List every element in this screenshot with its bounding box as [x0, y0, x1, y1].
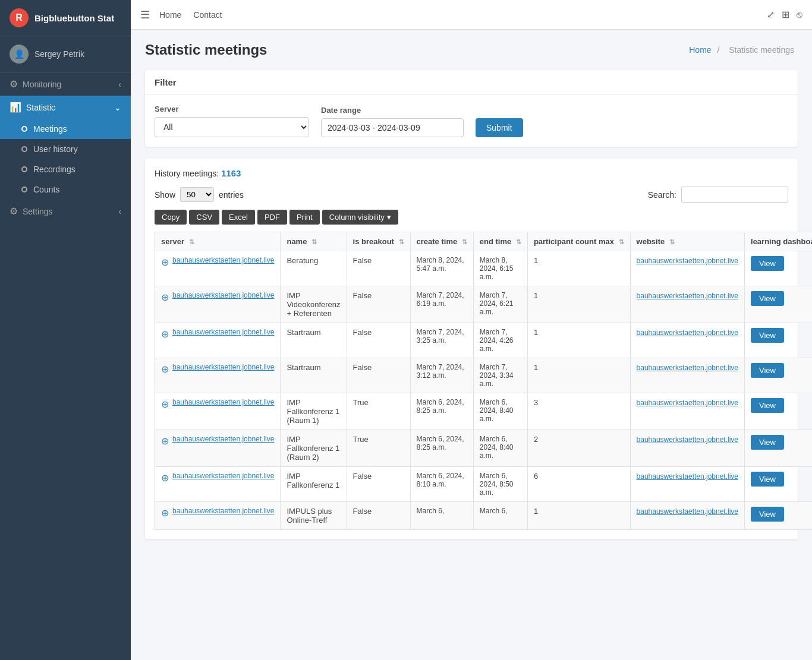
col-participant-count[interactable]: participant count max ⇅: [527, 232, 630, 251]
excel-button[interactable]: Excel: [222, 210, 255, 225]
server-link-3[interactable]: bauhauswerkstaetten.jobnet.live: [172, 363, 274, 371]
topnav-contact[interactable]: Contact: [193, 10, 222, 20]
col-website[interactable]: website ⇅: [630, 232, 744, 251]
website-link-3[interactable]: bauhauswerkstaetten.jobnet.live: [637, 364, 738, 372]
view-button-1[interactable]: View: [751, 291, 784, 306]
cell-end-3: March 7, 2024, 3:34 a.m.: [473, 358, 527, 393]
cell-create-2: March 7, 2024, 3:25 a.m.: [410, 323, 473, 358]
filter-card-body: Server All bauhauswerkstaetten.jobnet.li…: [145, 95, 798, 147]
col-server[interactable]: server ⇅: [155, 232, 281, 251]
website-link-2[interactable]: bauhauswerkstaetten.jobnet.live: [637, 329, 738, 337]
table-body: ⊕ bauhauswerkstaetten.jobnet.live Beratu…: [155, 251, 813, 530]
col-create-time[interactable]: create time ⇅: [410, 232, 473, 251]
website-link-1[interactable]: bauhauswerkstaetten.jobnet.live: [637, 292, 738, 300]
sort-server-icon: ⇅: [189, 238, 194, 245]
website-link-6[interactable]: bauhauswerkstaetten.jobnet.live: [637, 472, 738, 481]
sidebar-item-recordings[interactable]: Recordings: [0, 159, 131, 179]
column-visibility-button[interactable]: Column visibility: [322, 210, 398, 225]
sort-website-icon: ⇅: [669, 238, 675, 245]
show-entries: Show 50 25 100 entries: [155, 187, 244, 202]
expand-icon-5[interactable]: ⊕: [161, 435, 169, 447]
website-link-0[interactable]: bauhauswerkstaetten.jobnet.live: [637, 257, 738, 265]
view-button-5[interactable]: View: [751, 435, 784, 450]
server-select[interactable]: All bauhauswerkstaetten.jobnet.live: [155, 117, 309, 137]
topnav-links: Home Contact: [159, 10, 222, 20]
server-link-5[interactable]: bauhauswerkstaetten.jobnet.live: [172, 435, 274, 443]
cell-create-7: March 6,: [410, 502, 473, 530]
cell-name-6: IMP Fallkonferenz 1: [281, 467, 347, 502]
view-button-2[interactable]: View: [751, 328, 784, 343]
hamburger-icon[interactable]: ☰: [140, 8, 150, 21]
col-is-breakout[interactable]: is breakout ⇅: [347, 232, 410, 251]
sidebar-item-meetings[interactable]: Meetings: [0, 119, 131, 139]
expand-icon-0[interactable]: ⊕: [161, 257, 169, 268]
submit-button[interactable]: Submit: [476, 118, 523, 137]
sidebar-item-user-history[interactable]: User history: [0, 139, 131, 159]
grid-icon[interactable]: ⊞: [782, 9, 789, 20]
server-link-0[interactable]: bauhauswerkstaetten.jobnet.live: [172, 256, 274, 264]
print-button[interactable]: Print: [289, 210, 320, 225]
entries-select[interactable]: 50 25 100: [180, 187, 214, 202]
csv-button[interactable]: CSV: [189, 210, 219, 225]
website-link-7[interactable]: bauhauswerkstaetten.jobnet.live: [637, 507, 738, 516]
show-label: Show: [155, 190, 175, 200]
view-button-6[interactable]: View: [751, 472, 784, 487]
counts-label: Counts: [33, 185, 59, 194]
view-button-3[interactable]: View: [751, 363, 784, 378]
expand-icon-6[interactable]: ⊕: [161, 472, 169, 484]
table-header-row: server ⇅ name ⇅ is breakout ⇅ create tim…: [155, 232, 813, 251]
date-range-label: Date range: [321, 106, 464, 115]
col-learning-dashboard[interactable]: learning dashboard ⇅: [745, 232, 812, 251]
breadcrumb-home[interactable]: Home: [689, 45, 711, 55]
breadcrumb: Home / Statistic meetings: [689, 45, 798, 55]
cell-count-2: 1: [527, 323, 630, 358]
cell-server-3: ⊕ bauhauswerkstaetten.jobnet.live: [155, 358, 281, 393]
logout-icon[interactable]: ⎋: [797, 10, 802, 20]
sidebar-item-statistic[interactable]: 📊 Statistic ⌄: [0, 96, 131, 119]
view-button-7[interactable]: View: [751, 507, 784, 522]
expand-icon-2[interactable]: ⊕: [161, 329, 169, 340]
cell-count-0: 1: [527, 251, 630, 286]
server-link-6[interactable]: bauhauswerkstaetten.jobnet.live: [172, 472, 274, 480]
cell-end-2: March 7, 2024, 4:26 a.m.: [473, 323, 527, 358]
expand-icon-4[interactable]: ⊕: [161, 399, 169, 410]
website-link-4[interactable]: bauhauswerkstaetten.jobnet.live: [637, 399, 738, 407]
col-name[interactable]: name ⇅: [281, 232, 347, 251]
cell-breakout-5: True: [347, 430, 410, 467]
sidebar-item-settings[interactable]: ⚙ Settings ‹: [0, 200, 131, 223]
fullscreen-icon[interactable]: ⤢: [767, 9, 775, 20]
website-link-5[interactable]: bauhauswerkstaetten.jobnet.live: [637, 435, 738, 444]
sidebar-item-counts[interactable]: Counts: [0, 179, 131, 200]
cell-create-0: March 8, 2024, 5:47 a.m.: [410, 251, 473, 286]
view-button-0[interactable]: View: [751, 256, 784, 271]
table-controls: Show 50 25 100 entries Search:: [155, 187, 788, 203]
col-end-time[interactable]: end time ⇅: [473, 232, 527, 251]
cell-website-6: bauhauswerkstaetten.jobnet.live: [630, 467, 744, 502]
sidebar: R Bigbluebutton Stat 👤 Sergey Petrik ⚙ M…: [0, 0, 131, 660]
monitoring-icon: ⚙: [10, 78, 18, 90]
sort-participant-icon: ⇅: [619, 238, 624, 245]
view-button-4[interactable]: View: [751, 398, 784, 413]
expand-icon-1[interactable]: ⊕: [161, 292, 169, 303]
cell-server-2: ⊕ bauhauswerkstaetten.jobnet.live: [155, 323, 281, 358]
copy-button[interactable]: Copy: [155, 210, 187, 225]
monitoring-label: Monitoring: [23, 80, 61, 89]
cell-count-1: 1: [527, 286, 630, 323]
expand-icon-7[interactable]: ⊕: [161, 507, 169, 519]
server-link-1[interactable]: bauhauswerkstaetten.jobnet.live: [172, 291, 274, 299]
user-history-label: User history: [33, 144, 78, 154]
cell-end-6: March 6, 2024, 8:50 a.m.: [473, 467, 527, 502]
topnav-home[interactable]: Home: [159, 10, 181, 20]
breadcrumb-separator: /: [717, 45, 722, 55]
cell-end-4: March 6, 2024, 8:40 a.m.: [473, 393, 527, 430]
pdf-button[interactable]: PDF: [257, 210, 287, 225]
date-range-input[interactable]: [321, 118, 464, 137]
server-link-7[interactable]: bauhauswerkstaetten.jobnet.live: [172, 507, 274, 515]
cell-count-7: 1: [527, 502, 630, 530]
sidebar-item-monitoring[interactable]: ⚙ Monitoring ‹: [0, 72, 131, 96]
server-link-4[interactable]: bauhauswerkstaetten.jobnet.live: [172, 398, 274, 406]
server-link-2[interactable]: bauhauswerkstaetten.jobnet.live: [172, 328, 274, 336]
expand-icon-3[interactable]: ⊕: [161, 364, 169, 375]
search-input[interactable]: [681, 187, 788, 203]
sort-create-icon: ⇅: [462, 238, 467, 245]
